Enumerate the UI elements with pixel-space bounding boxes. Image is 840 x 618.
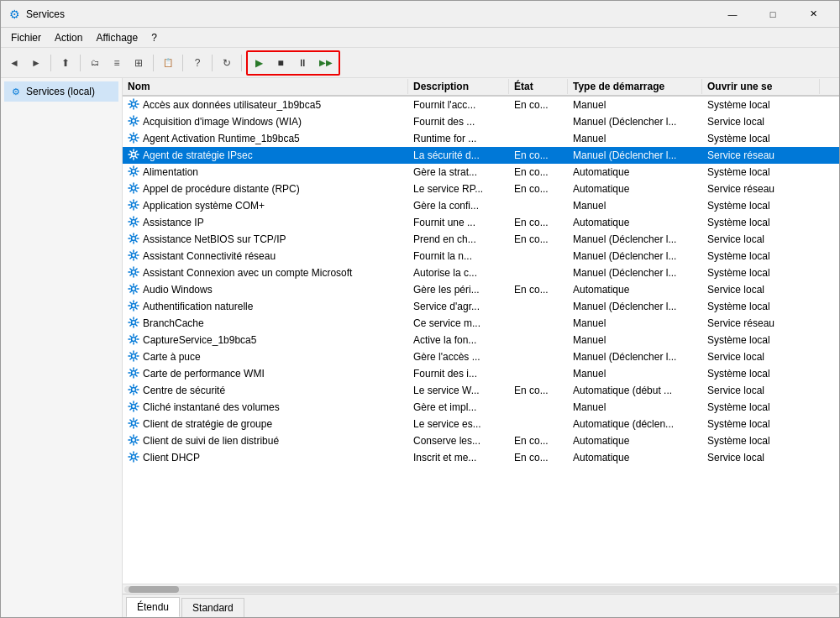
service-icon — [128, 384, 139, 398]
cell-desc: Fournit une ... — [408, 216, 509, 229]
col-type-demarrage[interactable]: Type de démarrage — [568, 79, 702, 94]
cell-startup: Automatique — [568, 182, 702, 196]
maximize-button[interactable]: □ — [753, 1, 792, 28]
toolbar: ◄ ► ⬆ 🗂 ≡ ⊞ 📋 ? ↻ ▶ ■ ⏸ ▶▶ — [1, 48, 839, 78]
menu-fichier[interactable]: Fichier — [4, 30, 48, 45]
start-service-button[interactable]: ▶ — [249, 53, 269, 73]
table-row[interactable]: Authentification naturelleService d'agr.… — [123, 298, 839, 315]
table-row[interactable]: Assistance IPFournit une ...En co...Auto… — [123, 214, 839, 231]
up-button[interactable]: ⬆ — [55, 53, 76, 73]
cell-desc: Autorise la c... — [408, 266, 509, 280]
list-button[interactable]: ≡ — [107, 53, 127, 73]
service-icon — [128, 333, 139, 348]
cell-startup: Manuel (Déclencher l... — [568, 115, 702, 128]
cell-logon: Système local — [702, 165, 820, 179]
cell-logon: Système local — [702, 249, 820, 263]
menu-action[interactable]: Action — [48, 30, 89, 45]
toolbar-sep-6 — [241, 55, 242, 71]
stop-service-button[interactable]: ■ — [270, 53, 291, 73]
svg-point-1 — [132, 118, 136, 123]
cell-state: En co... — [509, 216, 568, 229]
toolbar-sep-3 — [153, 55, 154, 71]
col-etat[interactable]: État — [509, 79, 568, 94]
cell-desc: Gère les péri... — [408, 283, 509, 296]
help-button[interactable]: ? — [187, 53, 207, 73]
table-row[interactable]: Application système COM+Gère la confi...… — [123, 197, 839, 214]
table-row[interactable]: Assistant Connectivité réseauFournit la … — [123, 248, 839, 264]
cell-state: En co... — [509, 283, 568, 296]
table-row[interactable]: Cliché instantané des volumesGère et imp… — [123, 399, 839, 416]
table-row[interactable]: Acquisition d'image Windows (WIA)Fournit… — [123, 113, 839, 130]
table-row[interactable]: Assistant Connexion avec un compte Micro… — [123, 264, 839, 281]
cell-logon: Système local — [702, 266, 820, 280]
col-nom[interactable]: Nom — [123, 79, 408, 94]
table-row[interactable]: Assistance NetBIOS sur TCP/IPPrend en ch… — [123, 231, 839, 248]
service-name: Client de suivi de lien distribué — [143, 435, 279, 447]
show-hide-button[interactable]: 🗂 — [85, 53, 105, 73]
cell-name: BranchCache — [123, 316, 408, 332]
scrollbar-thumb[interactable] — [129, 586, 179, 593]
properties-button[interactable]: 📋 — [158, 53, 178, 73]
cell-startup: Manuel — [568, 401, 702, 414]
table-row[interactable]: Agent de stratégie IPsecLa sécurité d...… — [123, 147, 839, 164]
cell-name: Authentification naturelle — [123, 299, 408, 315]
table-row[interactable]: Accès aux données utilisateur_1b9bca5Fou… — [123, 97, 839, 113]
tab-standard[interactable]: Standard — [181, 598, 244, 617]
cell-state: En co... — [509, 233, 568, 246]
refresh-button[interactable]: ↻ — [217, 53, 237, 73]
cell-logon: Système local — [702, 333, 820, 347]
service-icon — [128, 367, 139, 381]
cell-logon: Service local — [702, 115, 820, 128]
cell-startup: Automatique — [568, 283, 702, 296]
table-row[interactable]: Client de stratégie de groupeLe service … — [123, 416, 839, 432]
cell-name: Client DHCP — [123, 450, 408, 466]
cell-startup: Manuel (Déclencher l... — [568, 350, 702, 364]
minimize-button[interactable]: — — [713, 1, 752, 28]
service-icon — [128, 300, 139, 314]
cell-name: Carte à puce — [123, 349, 408, 365]
table-row[interactable]: Client de suivi de lien distribuéConserv… — [123, 432, 839, 449]
service-name: Client de stratégie de groupe — [143, 418, 272, 430]
menu-help[interactable]: ? — [144, 30, 164, 45]
cell-startup: Manuel (Déclencher l... — [568, 300, 702, 313]
window-title: Services — [26, 8, 713, 20]
table-row[interactable]: Centre de sécuritéLe service W...En co..… — [123, 382, 839, 399]
table-row[interactable]: Carte à puceGère l'accès ...Manuel (Décl… — [123, 348, 839, 365]
table-row[interactable]: Audio WindowsGère les péri...En co...Aut… — [123, 281, 839, 298]
main-window: ⚙ Services — □ ✕ Fichier Action Affichag… — [0, 0, 840, 618]
service-name: Cliché instantané des volumes — [143, 401, 280, 413]
service-name: BranchCache — [143, 317, 204, 329]
service-name: Authentification naturelle — [143, 301, 253, 312]
menu-affichage[interactable]: Affichage — [89, 30, 144, 45]
main-content: ⚙ Services (local) Nom Description État … — [1, 78, 839, 617]
forward-button[interactable]: ► — [26, 53, 46, 73]
cell-name: Centre de sécurité — [123, 383, 408, 399]
svg-point-18 — [132, 404, 136, 408]
table-row[interactable]: BranchCacheCe service m...ManuelService … — [123, 315, 839, 332]
service-name: Appel de procédure distante (RPC) — [143, 183, 300, 195]
back-button[interactable]: ◄ — [4, 53, 24, 73]
toolbar-sep-1 — [50, 55, 51, 71]
col-ouvrir[interactable]: Ouvrir une se — [702, 79, 820, 94]
service-icon — [128, 283, 139, 297]
col-description[interactable]: Description — [408, 79, 509, 94]
tab-etendu[interactable]: Étendu — [126, 597, 180, 617]
cell-state: En co... — [509, 98, 568, 112]
table-row[interactable]: Appel de procédure distante (RPC)Le serv… — [123, 181, 839, 197]
detail-button[interactable]: ⊞ — [129, 53, 149, 73]
table-row[interactable]: Agent Activation Runtime_1b9bca5Runtime … — [123, 130, 839, 147]
horizontal-scrollbar[interactable] — [123, 584, 839, 594]
pause-service-button[interactable]: ⏸ — [292, 53, 312, 73]
restart-service-button[interactable]: ▶▶ — [314, 53, 338, 73]
sidebar-item-services-local[interactable]: ⚙ Services (local) — [4, 81, 118, 102]
service-icon — [128, 417, 139, 432]
table-row[interactable]: Carte de performance WMIFournit des i...… — [123, 365, 839, 382]
service-name: Assistant Connectivité réseau — [143, 250, 276, 262]
cell-logon: Système local — [702, 199, 820, 212]
table-row[interactable]: Client DHCPInscrit et me...En co...Autom… — [123, 449, 839, 466]
service-icon — [128, 149, 139, 163]
table-row[interactable]: AlimentationGère la strat...En co...Auto… — [123, 164, 839, 181]
cell-desc: Service d'agr... — [408, 300, 509, 313]
close-button[interactable]: ✕ — [794, 1, 832, 28]
table-row[interactable]: CaptureService_1b9bca5Active la fon...Ma… — [123, 332, 839, 348]
